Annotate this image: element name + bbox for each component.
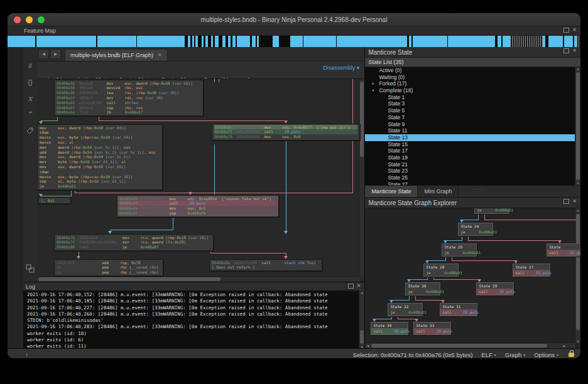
asm-basic-block[interactable]: 00400a40 bf64084a00 mov edi, 0x4a0864 {"… [117,195,279,217]
asm-row[interactable]: mov eax, dword [rbp-0x58 {var_60}] [40,164,160,169]
asm-row[interactable]: 5d pop rbp {__saved_rbp} [57,270,161,275]
state-graph-node[interactable]: State 26je 0x400a51 [442,243,477,257]
state-list[interactable]: Active (0)Waiting (0)▸Forked (17)▾Comple… [365,67,580,185]
state-list-item[interactable]: State 17 [365,147,580,154]
asm-row[interactable]: 00400a8a e84117e400 call __stack_chk_fai… [212,260,320,265]
asm-row[interactable]: 00400a6c bf77054a00 mov edi, 0x4a0577 {"… [214,125,357,130]
nav-back-button[interactable]: ◀ [38,49,49,59]
asm-row[interactable]: mov eax, dword [rbp-0x54 {var_5c_2}] [40,154,160,159]
state-graph-node[interactable]: State 33call _IO_puts [413,322,451,335]
popout-icon[interactable] [564,48,569,53]
state-category[interactable]: Waiting (0) [365,74,580,81]
asm-basic-block[interactable]: ], 0x1 [38,197,71,205]
lock-icon[interactable] [569,353,574,357]
asm-row[interactable]: 00400a6a 72ab jb 0x400a17 [57,110,201,115]
state-list-item[interactable]: State 1 [365,94,580,101]
state-list-item[interactable]: State 3 [365,100,580,107]
graph-horizontal-scrollbar[interactable] [37,276,360,282]
state-list-scrollbar[interactable]: ▲ ▼ [575,67,580,185]
asm-row[interactable]: cdqe [40,169,160,174]
asm-basic-block[interactable]: 00400a6c bf77054a00 mov edi, 0x4a0577 {"… [212,124,360,141]
explorer-vertical-scrollbar[interactable]: ▲ ▼ [575,208,580,343]
asm-row[interactable]: ], 0x1 [41,198,68,203]
view-mode-dropdown[interactable]: Disassembly ▾ [323,64,359,72]
log-scrollbar[interactable]: ▲ ▼ [359,291,364,349]
close-icon[interactable]: ✕ [357,284,361,289]
asm-row[interactable]: 00400a5f 4889c7 mov rdi, rax {var_38} [57,95,201,100]
asm-row[interactable]: 4883c478 add rsp, 0x78 [57,260,161,265]
asm-row[interactable]: 5b pop rbx {__saved_rbx} [57,265,161,270]
asm-basic-block[interactable]: 00400a8a e84117e400 call __stack_chk_fai… [209,259,322,272]
state-graph-node[interactable]: State 31call _IO_puts [440,303,477,316]
viewtype-menu[interactable]: Graph▾ [505,351,525,358]
asm-row[interactable]: { Does not return } [212,265,320,270]
asm-row[interactable]: cmp al, byte [rbp-0x59 {var_61_1}] [40,179,160,184]
asm-row[interactable]: 00400a62 e839230200 call strlen [57,100,201,105]
state-graph-node[interactable]: State 29call _IO_puts [476,282,514,296]
asm-row[interactable]: je 0x400a51 [40,184,160,189]
graph-vertical-scrollbar[interactable] [359,79,364,277]
asm-row[interactable]: mov byte [rbp-0x59 {var_61_1}], al [40,159,160,164]
explorer-horizontal-scrollbar[interactable]: ◀ ▶ [365,343,575,348]
hash-icon[interactable]: # [28,62,32,70]
disassembly-graph[interactable]: 00400a55 8b45a8 mov eax, dword [rbp-0x58… [37,79,364,282]
asm-row[interactable]: 00400a5b 488d45d0 lea rax, [rbp-0x30 {va… [57,90,201,95]
strings-icon[interactable]: “” [29,111,32,119]
tab-manticore-state[interactable]: Manticore State [365,186,418,197]
state-category[interactable]: ▸Forked (17) [365,80,580,87]
state-graph-node[interactable]: Statecall _IO_puts [547,243,580,257]
state-list-item[interactable]: State 9 [365,121,580,128]
asm-row[interactable]: 00400a71 e8eaf00000 call _IO_puts [214,129,357,134]
close-icon[interactable]: ✕ [572,48,577,53]
state-category[interactable]: ▾Complete (18) [365,87,580,94]
asm-basic-block[interactable]: 4883c478 add rsp, 0x785b pop rbx {__save… [54,259,163,276]
state-list-item[interactable]: State 15 [365,141,580,148]
state-graph-node[interactable]: State 34call _IO_puts [371,322,408,335]
popout-icon[interactable] [348,284,354,289]
asm-row[interactable]: 00400a45 e816f10000 call _IO_puts [119,201,276,206]
asm-row[interactable]: mov eax, dword [rbp-0x58 {var_60}] [40,125,160,131]
tab-mini-graph[interactable]: Mini Graph [418,186,459,197]
asm-row[interactable]: add dword [rbp-0x54 {var_5c_2} {var_5c_1… [40,150,160,155]
state-graph-explorer[interactable]: ▲ ▼ ◀ ▶ je 0x400a51State 24je 0x400a51St… [365,208,580,348]
splitter-handle[interactable]: ····· [472,186,483,192]
options-menu[interactable]: Options▾ [534,351,558,358]
asm-row[interactable]: mov dword [rbp-0x54 {var_5c_1}], eax [40,145,160,150]
asm-basic-block[interactable]: 00400a7b 488b4de8 mov rcx, qword [rbp-0x… [54,234,214,251]
state-list-item[interactable]: State 19 [365,154,580,161]
filetype-menu[interactable]: ELF▾ [481,351,496,358]
asm-row[interactable]: 00400a4f eb2a jmp 0x400a7b [119,211,276,216]
popout-icon[interactable] [564,28,569,33]
asm-row[interactable]: 00400a7f 6448330c25280000… xor rcx, qwor… [57,240,211,245]
asm-row[interactable]: 00400a4a b801000000 mov eax, 0x1 [119,206,276,211]
state-list-item[interactable]: State 11 [365,127,580,134]
state-graph-node[interactable]: State 24je 0x400a51 [458,223,493,236]
state-list-item[interactable]: State 23 [365,168,580,174]
asm-row[interactable]: 00400a7b 488b4de8 mov rcx, qword [rbp-0x… [57,235,211,240]
asm-row[interactable]: 00400a58 4863d8 movsxd rbx, eax [57,85,201,90]
asm-row[interactable]: cdqe [40,130,160,135]
close-icon[interactable]: ✕ [572,28,577,33]
asm-row[interactable]: movzx eax, byte [rbp+rax-0x50 {var_58}] [40,135,160,140]
update-arrow-icon[interactable]: ↑ [25,351,29,358]
asm-row[interactable]: 00400a76 b800000000 mov eax, 0x0 [214,134,357,139]
state-list-item[interactable]: State 5 [365,107,580,114]
tab-close-icon[interactable]: ✕ [158,52,162,58]
state-list-item[interactable]: State 13 [365,134,580,141]
state-graph-node[interactable]: State 30je 0x400a51 [405,282,440,296]
asm-basic-block[interactable]: 00400a55 8b45a8 mov eax, dword [rbp-0x58… [54,80,204,117]
asm-row[interactable]: 00400a88 7405 je 0x400a8f [57,245,211,250]
xrefs-icon[interactable]: x [28,95,33,102]
state-graph-node[interactable]: State 27call _IO_puts [513,264,550,277]
asm-row[interactable]: movsx eax, al [40,140,160,145]
document-tab[interactable]: multiple-styles.bndb (ELF Graph) ✕ [65,49,168,61]
feature-map[interactable] [8,36,580,47]
close-icon[interactable]: ✕ [572,199,577,204]
state-category[interactable]: Active (0) [365,67,580,74]
nav-forward-button[interactable]: ▶ [50,49,61,59]
popout-icon[interactable] [564,199,569,204]
state-list-item[interactable]: State 25 [365,174,580,181]
asm-row[interactable]: 00400a55 8b45a8 mov eax, dword [rbp-0x58… [57,81,201,86]
asm-row[interactable]: 00400a67 4839c3 cmp rbx, rax [57,105,201,110]
asm-basic-block[interactable]: mov eax, dword [rbp-0x58 {var_60}]cdqemo… [37,124,163,190]
